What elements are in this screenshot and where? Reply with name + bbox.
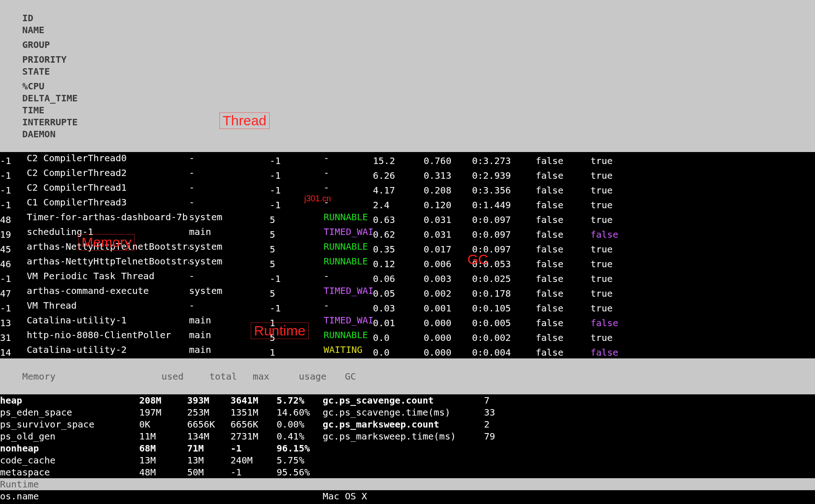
mem-key: heap <box>0 394 139 406</box>
cell-interrupt: false <box>536 170 591 182</box>
table-row: -1VM Periodic Task Thread--1-0.060.0030:… <box>0 270 815 285</box>
cell-name: Catalina-utility-2 <box>27 344 189 356</box>
mem-usage: 5.75% <box>277 454 323 466</box>
cell-daemon: true <box>591 243 627 255</box>
table-row: 46arthas-NettyHttpTelnetBootstrasystem5R… <box>0 255 815 270</box>
table-row: 48Timer-for-arthas-dashboard-7b1system5R… <box>0 211 815 226</box>
cell-cpu: 0.35 <box>373 243 424 255</box>
cell-cpu: 0.0 <box>373 332 424 344</box>
mem-max: 6656K <box>230 418 277 430</box>
runtime-row: os.nameMac OS X <box>0 490 815 502</box>
cell-group: - <box>189 270 270 282</box>
cell-delta: 0.000 <box>424 332 472 344</box>
col-cpu: %CPU <box>22 80 73 92</box>
cell-id: -1 <box>0 170 27 182</box>
cell-time: 0:0.097 <box>472 229 536 240</box>
cell-delta: 0.002 <box>424 287 472 299</box>
cell-group: main <box>189 344 270 356</box>
cell-state: RUNNABLE <box>324 329 373 341</box>
gc-key: gc.ps_scavenge.time(ms) <box>323 406 484 418</box>
cell-group: - <box>189 299 270 311</box>
memory-row: ps_old_gen11M134M2731M0.41%gc.ps_markswe… <box>0 430 815 442</box>
table-row: 31http-nio-8080-ClientPollermain5RUNNABL… <box>0 329 815 344</box>
mem-usage: 0.00% <box>277 418 323 430</box>
mem-total: 393M <box>187 394 230 406</box>
memory-title: Memory <box>22 370 161 382</box>
memory-row: heap208M393M3641M5.72%gc.ps_scavenge.cou… <box>0 394 815 406</box>
col-state: STATE <box>22 65 71 77</box>
cell-cpu: 0.03 <box>373 302 424 314</box>
cell-delta: 0.760 <box>424 155 472 167</box>
gc-key: gc.ps_scavenge.count <box>323 394 484 406</box>
cell-priority: 5 <box>270 258 324 270</box>
cell-name: Catalina-utility-1 <box>27 314 189 326</box>
cell-group: - <box>189 167 270 179</box>
cell-daemon: true <box>591 199 627 211</box>
table-row: -1C1 CompilerThread3--1-2.40.1200:1.449f… <box>0 196 815 211</box>
mem-max: 240M <box>230 454 277 466</box>
mem-key: nonheap <box>0 442 139 454</box>
table-row: 13Catalina-utility-1main1TIMED_WAI0.010.… <box>0 314 815 329</box>
gc-title: GC <box>345 371 356 382</box>
cell-interrupt: false <box>536 155 591 167</box>
cell-cpu: 0.12 <box>373 258 424 270</box>
gc-val: 2 <box>484 418 490 430</box>
watermark: j301.cn <box>304 193 331 205</box>
col-usage: usage <box>299 370 345 382</box>
cell-group: - <box>189 182 270 193</box>
mem-max: 1351M <box>230 406 277 418</box>
cell-state: TIMED_WAI <box>324 285 373 297</box>
cell-name: C2 CompilerThread1 <box>27 182 189 193</box>
mem-used: 11M <box>139 430 187 442</box>
cell-daemon: true <box>591 184 627 196</box>
cell-daemon: true <box>591 287 627 299</box>
terminal-dashboard: ID NAME GROUP PRIORITY STATE %CPU DELTA_… <box>0 0 815 504</box>
annotation-gc: GC <box>465 252 491 267</box>
cell-state: RUNNABLE <box>324 240 373 252</box>
mem-used: 68M <box>139 442 187 454</box>
cell-id: 45 <box>0 243 27 255</box>
cell-daemon: true <box>591 170 627 182</box>
cell-time: 0:0.005 <box>472 317 536 329</box>
cell-id: 46 <box>0 258 27 270</box>
cell-id: -1 <box>0 199 27 211</box>
cell-name: Timer-for-arthas-dashboard-7b1 <box>27 211 189 223</box>
cell-priority: 5 <box>270 229 324 240</box>
cell-group: system <box>189 211 270 223</box>
cell-id: 48 <box>0 214 27 226</box>
cell-id: 14 <box>0 346 27 358</box>
col-delta: DELTA_TIME <box>22 92 71 104</box>
mem-max: 3641M <box>230 394 277 406</box>
cell-daemon: false <box>591 229 627 240</box>
mem-max: 2731M <box>230 430 277 442</box>
cell-group: system <box>189 255 270 267</box>
cell-name: arthas-NettyHttpTelnetBootstra <box>27 255 189 267</box>
annotation-memory: Memory <box>78 234 135 251</box>
cell-cpu: 2.4 <box>373 199 424 211</box>
annotation-runtime: Runtime <box>251 322 309 339</box>
cell-time: 0:1.449 <box>472 199 536 211</box>
mem-total: 6656K <box>187 418 230 430</box>
cell-state: - <box>324 196 373 208</box>
mem-used: 0K <box>139 418 187 430</box>
cell-interrupt: false <box>536 273 591 285</box>
cell-group: - <box>189 196 270 208</box>
cell-name: C2 CompilerThread2 <box>27 167 189 179</box>
cell-time: 0:3.356 <box>472 184 536 196</box>
annotation-thread: Thread <box>219 112 270 129</box>
col-total: total <box>209 370 253 382</box>
cell-time: 0:0.002 <box>472 332 536 344</box>
mem-total: 253M <box>187 406 230 418</box>
cell-state: - <box>324 152 373 164</box>
memory-row: metaspace48M50M-195.56% <box>0 466 815 478</box>
cell-cpu: 0.63 <box>373 214 424 226</box>
cell-daemon: true <box>591 155 627 167</box>
cell-daemon: true <box>591 332 627 344</box>
cell-delta: 0.001 <box>424 302 472 314</box>
cell-interrupt: false <box>536 302 591 314</box>
gc-key: gc.ps_marksweep.count <box>323 418 484 430</box>
mem-total: 13M <box>187 454 230 466</box>
cell-cpu: 6.26 <box>373 170 424 182</box>
cell-id: 47 <box>0 287 27 299</box>
col-interrupt: INTERRUPTE <box>22 116 77 128</box>
